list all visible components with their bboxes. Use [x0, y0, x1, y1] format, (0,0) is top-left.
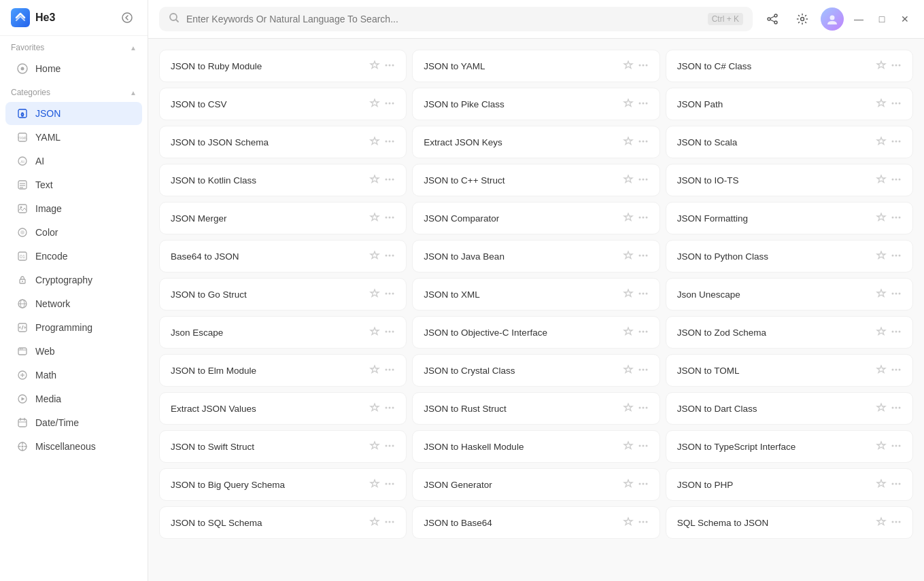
- star-button[interactable]: [623, 402, 634, 415]
- star-button[interactable]: [876, 326, 887, 338]
- sidebar-item-web[interactable]: Web: [5, 340, 142, 363]
- star-button[interactable]: [876, 174, 887, 186]
- sidebar-item-image[interactable]: Image: [5, 197, 142, 220]
- more-button[interactable]: [638, 288, 649, 300]
- maximize-button[interactable]: □: [874, 11, 890, 27]
- star-button[interactable]: [623, 440, 634, 453]
- star-button[interactable]: [876, 60, 887, 72]
- tool-card[interactable]: JSON to PHP: [666, 468, 913, 501]
- tool-card[interactable]: JSON to XML: [412, 278, 660, 311]
- tool-card[interactable]: JSON to Ruby Module: [159, 50, 407, 82]
- star-button[interactable]: [876, 402, 887, 415]
- more-button[interactable]: [384, 326, 395, 338]
- tool-card[interactable]: JSON to Big Query Schema: [159, 468, 407, 501]
- minimize-button[interactable]: —: [851, 11, 867, 27]
- tool-card[interactable]: SQL Schema to JSON: [666, 506, 913, 539]
- more-button[interactable]: [384, 288, 395, 300]
- more-button[interactable]: [891, 402, 902, 415]
- more-button[interactable]: [638, 478, 649, 491]
- tool-card[interactable]: JSON to Crystal Class: [412, 354, 660, 387]
- more-button[interactable]: [384, 174, 395, 186]
- star-button[interactable]: [623, 250, 634, 262]
- tool-card[interactable]: JSON to C# Class: [666, 50, 913, 82]
- star-button[interactable]: [623, 478, 634, 491]
- more-button[interactable]: [891, 288, 902, 300]
- more-button[interactable]: [384, 516, 395, 529]
- tool-card[interactable]: JSON to Zod Schema: [666, 316, 913, 349]
- more-button[interactable]: [891, 326, 902, 338]
- categories-section[interactable]: Categories ▲: [0, 81, 148, 101]
- more-button[interactable]: [384, 364, 395, 376]
- star-button[interactable]: [876, 478, 887, 491]
- more-button[interactable]: [638, 98, 649, 110]
- tool-card[interactable]: JSON to C++ Struct: [412, 164, 660, 196]
- sidebar-item-ai[interactable]: AIAI: [5, 149, 142, 173]
- tool-card[interactable]: JSON to Dart Class: [666, 392, 913, 425]
- star-button[interactable]: [623, 516, 634, 529]
- more-button[interactable]: [638, 440, 649, 453]
- star-button[interactable]: [369, 288, 380, 300]
- star-button[interactable]: [369, 478, 380, 491]
- sidebar-item-encode[interactable]: 01Encode: [5, 245, 142, 268]
- share-button[interactable]: [761, 7, 784, 31]
- tool-card[interactable]: JSON to CSV: [159, 88, 407, 120]
- star-button[interactable]: [369, 326, 380, 338]
- star-button[interactable]: [369, 440, 380, 453]
- more-button[interactable]: [891, 364, 902, 376]
- sidebar-item-text[interactable]: Text: [5, 173, 142, 196]
- tool-card[interactable]: JSON Comparator: [412, 202, 660, 234]
- tool-card[interactable]: JSON to TypeScript Interface: [666, 430, 913, 463]
- search-input[interactable]: [186, 14, 701, 24]
- more-button[interactable]: [384, 402, 395, 415]
- star-button[interactable]: [369, 516, 380, 529]
- tool-card[interactable]: Base64 to JSON: [159, 240, 407, 272]
- more-button[interactable]: [891, 440, 902, 453]
- close-button[interactable]: ✕: [897, 11, 913, 27]
- more-button[interactable]: [638, 402, 649, 415]
- star-button[interactable]: [876, 516, 887, 529]
- star-button[interactable]: [623, 364, 634, 376]
- sidebar-item-media[interactable]: Media: [5, 387, 142, 410]
- tool-card[interactable]: JSON to Scala: [666, 126, 913, 158]
- star-button[interactable]: [369, 212, 380, 224]
- tool-card[interactable]: JSON to Base64: [412, 506, 660, 539]
- sidebar-item-math[interactable]: Math: [5, 364, 142, 387]
- tool-card[interactable]: JSON to Kotlin Class: [159, 164, 407, 196]
- sidebar-item-json[interactable]: {}JSON: [5, 102, 142, 125]
- more-button[interactable]: [638, 60, 649, 72]
- search-bar[interactable]: Ctrl + K: [159, 7, 753, 31]
- more-button[interactable]: [638, 174, 649, 186]
- tool-card[interactable]: JSON to Pike Class: [412, 88, 660, 120]
- tool-card[interactable]: JSON to Go Struct: [159, 278, 407, 311]
- more-button[interactable]: [891, 478, 902, 491]
- tool-card[interactable]: JSON to Objective-C Interface: [412, 316, 660, 349]
- star-button[interactable]: [876, 440, 887, 453]
- star-button[interactable]: [623, 136, 634, 148]
- more-button[interactable]: [384, 478, 395, 491]
- tool-card[interactable]: JSON to SQL Schema: [159, 506, 407, 539]
- back-button[interactable]: [118, 8, 137, 27]
- star-button[interactable]: [369, 364, 380, 376]
- avatar[interactable]: [821, 7, 844, 31]
- tool-card[interactable]: JSON to Swift Struct: [159, 430, 407, 463]
- more-button[interactable]: [891, 250, 902, 262]
- star-button[interactable]: [623, 60, 634, 72]
- settings-button[interactable]: [791, 7, 814, 31]
- more-button[interactable]: [384, 98, 395, 110]
- star-button[interactable]: [369, 174, 380, 186]
- more-button[interactable]: [638, 212, 649, 224]
- star-button[interactable]: [623, 98, 634, 110]
- sidebar-item-miscellaneous[interactable]: Miscellaneous: [5, 435, 142, 458]
- more-button[interactable]: [638, 364, 649, 376]
- more-button[interactable]: [384, 250, 395, 262]
- tool-card[interactable]: Extract JSON Values: [159, 392, 407, 425]
- more-button[interactable]: [384, 60, 395, 72]
- more-button[interactable]: [891, 516, 902, 529]
- sidebar-item-programming[interactable]: Programming: [5, 316, 142, 339]
- star-button[interactable]: [876, 288, 887, 300]
- more-button[interactable]: [891, 212, 902, 224]
- more-button[interactable]: [891, 98, 902, 110]
- star-button[interactable]: [369, 136, 380, 148]
- tool-card[interactable]: JSON to Python Class: [666, 240, 913, 272]
- more-button[interactable]: [638, 516, 649, 529]
